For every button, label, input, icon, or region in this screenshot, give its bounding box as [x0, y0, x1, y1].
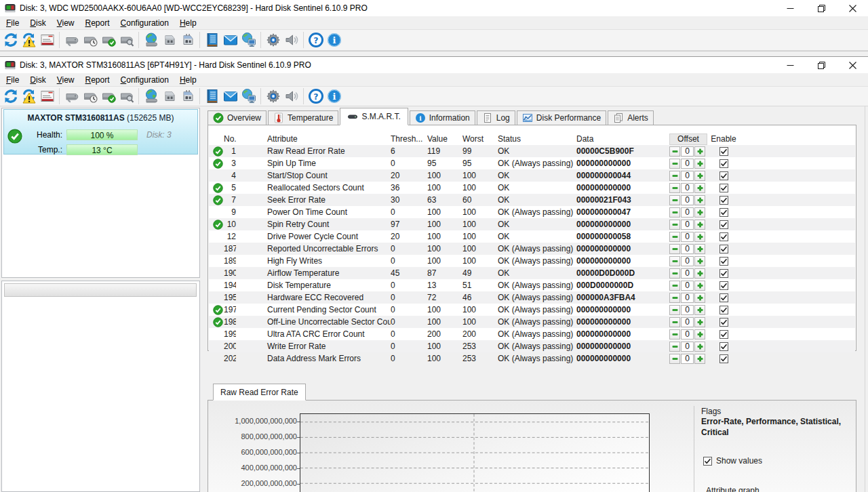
disk-check-toolbar-button[interactable]	[99, 31, 117, 49]
offset-increase-button[interactable]	[694, 195, 705, 205]
offset-decrease-button[interactable]	[669, 207, 680, 218]
menu-report[interactable]: Report	[80, 16, 115, 30]
enable-checkbox[interactable]	[719, 318, 728, 327]
smart-row-189[interactable]: 189High Fly Writes0100100OK (Always pass…	[209, 255, 855, 267]
offset-decrease-button[interactable]	[669, 159, 680, 169]
smart-row-9[interactable]: 9Power On Time Count0100100OK (Always pa…	[209, 206, 855, 218]
smart-row-194[interactable]: 194Disk Temperature01351OK (Always passi…	[209, 279, 855, 291]
offset-decrease-button[interactable]	[669, 195, 680, 205]
header-offset[interactable]: Offset	[669, 134, 707, 145]
information-toolbar-button[interactable]: i	[325, 87, 343, 105]
offset-increase-button[interactable]	[694, 256, 705, 266]
offset-increase-button[interactable]	[694, 281, 705, 291]
enable-checkbox[interactable]	[719, 306, 728, 314]
offset-decrease-button[interactable]	[669, 354, 680, 364]
offset-value[interactable]: 0	[681, 232, 694, 242]
menu-configuration[interactable]: Configuration	[115, 16, 174, 30]
disk-card-maxtor[interactable]: MAXTOR STM3160811AS (152625 MB) Health: …	[3, 109, 198, 155]
offset-value[interactable]: 0	[681, 354, 694, 364]
offset-increase-button[interactable]	[694, 268, 705, 279]
smart-row-5[interactable]: 5Reallocated Sectors Count36100100OK0000…	[209, 182, 855, 194]
titlebar-wdc[interactable]: Disk: 3, WDC WD2500AAKX-60U6AA0 [WD-WCC2…	[0, 0, 868, 16]
restore-button[interactable]	[806, 0, 837, 16]
offset-increase-button[interactable]	[694, 293, 705, 303]
offset-increase-button[interactable]	[694, 183, 705, 193]
offset-increase-button[interactable]	[694, 317, 705, 327]
smart-row-7[interactable]: 7Seek Error Rate306360OK00000021F0430	[209, 194, 855, 206]
offset-value[interactable]: 0	[681, 293, 694, 303]
header-status[interactable]: Status	[498, 133, 576, 145]
smart-row-199[interactable]: 199Ultra ATA CRC Error Count0200200OK (A…	[209, 328, 855, 340]
offset-increase-button[interactable]	[694, 305, 705, 315]
report-toolbar-button[interactable]	[38, 87, 56, 105]
connector-off-toolbar-button[interactable]	[160, 31, 178, 49]
offset-value[interactable]: 0	[681, 342, 694, 352]
smart-row-10[interactable]: 10Spin Retry Count97100100OK000000000000…	[209, 218, 855, 230]
offset-value[interactable]: 0	[681, 146, 694, 157]
tab-log[interactable]: Log	[477, 110, 515, 125]
tab-disk-performance[interactable]: Disk Performance	[517, 110, 606, 125]
refresh-attention-toolbar-button[interactable]	[20, 87, 38, 105]
settings-toolbar-button[interactable]	[264, 31, 282, 49]
offset-value[interactable]: 0	[681, 171, 694, 181]
header-data[interactable]: Data	[576, 133, 669, 145]
smart-row-202[interactable]: 202Data Address Mark Errors0100253OK (Al…	[209, 352, 855, 365]
offset-value[interactable]: 0	[681, 305, 694, 315]
enable-checkbox[interactable]	[719, 196, 728, 205]
menu-file[interactable]: File	[1, 73, 24, 87]
menu-file[interactable]: File	[1, 16, 24, 30]
header-threshold[interactable]: Thresh...	[391, 133, 427, 145]
lower-panel-header-bar[interactable]	[4, 283, 197, 297]
show-values-checkbox[interactable]	[703, 457, 712, 466]
offset-value[interactable]: 0	[681, 329, 694, 340]
enable-checkbox[interactable]	[719, 293, 728, 302]
disk-check-toolbar-button[interactable]	[99, 87, 117, 105]
disk-toolbar-button[interactable]	[62, 87, 81, 105]
enable-checkbox[interactable]	[719, 269, 728, 278]
sounds-toolbar-button[interactable]	[282, 31, 300, 49]
enable-checkbox[interactable]	[719, 220, 728, 229]
disk-clock-toolbar-button[interactable]	[81, 87, 99, 105]
notes-toolbar-button[interactable]	[203, 87, 221, 105]
menu-help[interactable]: Help	[174, 16, 202, 30]
enable-checkbox[interactable]	[719, 245, 728, 253]
connector-on-toolbar-button[interactable]	[178, 31, 197, 49]
sounds-toolbar-button[interactable]	[282, 87, 300, 105]
enable-checkbox[interactable]	[719, 354, 728, 363]
smart-row-198[interactable]: 198Off-Line Uncorrectable Sector Count01…	[209, 316, 855, 328]
enable-checkbox[interactable]	[719, 159, 728, 168]
offset-decrease-button[interactable]	[669, 268, 680, 279]
help-toolbar-button[interactable]: ?	[307, 31, 325, 49]
offset-decrease-button[interactable]	[669, 220, 680, 230]
offset-decrease-button[interactable]	[669, 329, 680, 340]
offset-increase-button[interactable]	[694, 329, 705, 340]
enable-checkbox[interactable]	[719, 257, 728, 266]
enable-checkbox[interactable]	[719, 208, 728, 217]
offset-increase-button[interactable]	[694, 354, 705, 364]
header-enable[interactable]: Enable	[707, 133, 740, 145]
tab-information[interactable]: iInformation	[410, 110, 475, 125]
close-button[interactable]	[837, 57, 868, 73]
smart-row-4[interactable]: 4Start/Stop Count20100100OK0000000000440	[209, 169, 855, 182]
connector-on-toolbar-button[interactable]	[178, 87, 197, 105]
header-attribute[interactable]: Attribute	[236, 133, 391, 145]
offset-decrease-button[interactable]	[669, 342, 680, 352]
header-no[interactable]: No.	[224, 133, 236, 145]
help-toolbar-button[interactable]: ?	[307, 87, 325, 105]
tab-overview[interactable]: Overview	[208, 110, 267, 125]
offset-increase-button[interactable]	[694, 244, 705, 254]
information-toolbar-button[interactable]: i	[325, 31, 343, 49]
offset-value[interactable]: 0	[681, 220, 694, 230]
offset-decrease-button[interactable]	[669, 146, 680, 157]
smart-row-190[interactable]: 190Airflow Temperature458749OK00000D0D00…	[209, 267, 855, 279]
titlebar-maxtor[interactable]: Disk: 3, MAXTOR STM3160811AS [6PT4H91Y] …	[0, 57, 868, 73]
menu-configuration[interactable]: Configuration	[115, 73, 174, 87]
offset-decrease-button[interactable]	[669, 256, 680, 266]
enable-checkbox[interactable]	[719, 171, 728, 180]
report-toolbar-button[interactable]	[38, 31, 56, 49]
smart-row-195[interactable]: 195Hardware ECC Recovered07246OK (Always…	[209, 291, 855, 304]
tab-s-m-a-r-t[interactable]: S.M.A.R.T.	[340, 108, 408, 125]
offset-decrease-button[interactable]	[669, 293, 680, 303]
offset-value[interactable]: 0	[681, 268, 694, 279]
header-value[interactable]: Value	[427, 133, 462, 145]
